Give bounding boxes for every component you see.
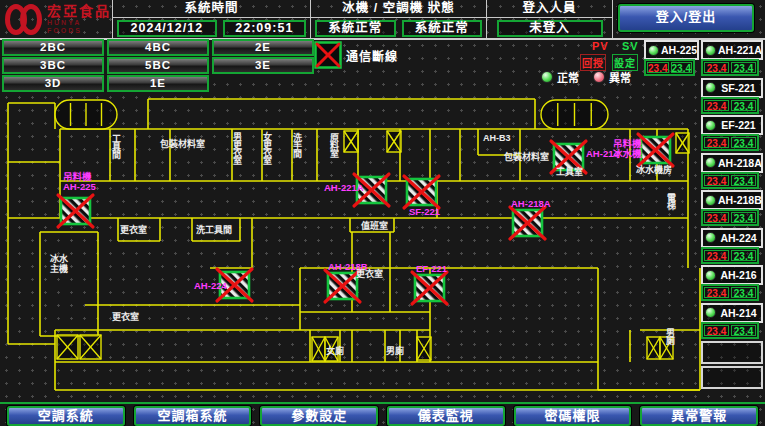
unit-lamp-icon (705, 270, 716, 281)
floor-button-2BC[interactable]: 2BC (2, 39, 104, 56)
unit-lamp-icon (648, 45, 659, 56)
room-label: AH-B3 (483, 133, 511, 143)
system-clock-value: 22:09:51 (223, 20, 306, 37)
unit-sv-value: 23.4 (731, 137, 756, 148)
comm-loss-icon (313, 40, 343, 70)
pv-label: PV (592, 40, 609, 52)
unit-readings-AH-216: 23.423.4 (701, 284, 759, 301)
floor-button-2E[interactable]: 2E (212, 39, 314, 56)
sv-label: SV (622, 40, 639, 52)
login-button-section: 登入/登出 (612, 0, 765, 38)
nav-button-2[interactable]: 空調箱系統 (134, 406, 252, 426)
room-label: 更衣室 (120, 224, 147, 235)
plan-unit-label: AH-218A (511, 198, 551, 209)
nav-button-1[interactable]: 空調系統 (7, 406, 125, 426)
unit-sv-value: 23.4 (731, 100, 756, 111)
unit-pv-value: 23.4 (647, 62, 669, 73)
nav-button-5[interactable]: 密碼權限 (514, 406, 632, 426)
plan-unit-label: AH-225 (63, 181, 96, 192)
unit-AH-216[interactable]: AH-216 (701, 265, 763, 285)
room-label: 洗工具間 (196, 224, 232, 235)
hunya-logo-icon (5, 4, 42, 35)
unit-AH-225[interactable]: AH-225 (644, 40, 699, 60)
unit-readings-AH-218B: 23.423.4 (701, 209, 759, 226)
room-label: 工具室 (556, 166, 583, 177)
nav-button-6[interactable]: 異常警報 (640, 406, 758, 426)
unit-AH-214[interactable]: AH-214 (701, 303, 763, 323)
room-label: 女更衣室 (262, 131, 273, 165)
floor-button-1E[interactable]: 1E (107, 75, 209, 92)
plan-unit-AH-218B[interactable] (325, 270, 360, 302)
unit-AH-218B[interactable]: AH-218B (701, 190, 763, 210)
plan-unit-label: AH-224 (194, 280, 227, 291)
unit-EF-221[interactable]: EF-221 (701, 115, 763, 135)
unit-sv-value: 23.4 (731, 175, 756, 186)
floor-button-3D[interactable]: 3D (2, 75, 104, 92)
unit-pv-value: 23.4 (704, 100, 729, 111)
floor-button-3E[interactable]: 3E (212, 57, 314, 74)
pv-sv-header: PV SV 回授 設定 (578, 39, 642, 69)
plan-unit-SF-221[interactable] (404, 176, 439, 208)
unit-sv-value: 23.4 (731, 287, 756, 298)
empty-unit-slot (701, 366, 763, 389)
unit-name-label: AH-218A (718, 157, 762, 169)
unit-SF-221[interactable]: SF-221 (701, 78, 763, 98)
unit-pv-value: 23.4 (704, 212, 729, 223)
unit-name-label: AH-218B (718, 194, 762, 206)
plan-unit-AH-225[interactable] (58, 195, 93, 227)
floor-button-5BC[interactable]: 5BC (107, 57, 209, 74)
room-label: 更衣室 (356, 268, 383, 279)
logo-title: 宏亞食品 (47, 4, 112, 19)
room-label: 冰水 (50, 253, 69, 264)
logo-subtitle: HUNYA FOODS (47, 19, 112, 35)
floor-button-3BC[interactable]: 3BC (2, 57, 104, 74)
unit-AH-224[interactable]: AH-224 (701, 228, 763, 248)
unit-lamp-icon (705, 82, 716, 93)
plan-unit-EF-221[interactable] (412, 272, 447, 304)
machine-status-label: 冰機 / 空調機 狀態 (311, 0, 486, 18)
state-legend: 正常 異常 (541, 69, 631, 85)
login-label: 登入人員 (487, 0, 612, 18)
stairwell-x-icon (387, 131, 401, 152)
unit-pv-value: 23.4 (704, 325, 729, 336)
login-section: 登入人員 未登入 (486, 0, 612, 38)
unit-sv-value: 23.4 (731, 212, 756, 223)
unit-AH-221A[interactable]: AH-221A (701, 40, 763, 60)
unit-lamp-icon (705, 195, 716, 206)
nav-button-4[interactable]: 儀表監視 (387, 406, 505, 426)
unit-readings-AH-218A: 23.423.4 (701, 172, 759, 189)
unit-name-label: EF-221 (718, 119, 759, 131)
unit-name-label: AH-225 (661, 44, 697, 56)
unit-pv-value: 23.4 (704, 287, 729, 298)
floor-selector: 2BC4BC2E3BC5BC3E3D1E (2, 39, 316, 92)
room-label: 包裝材料室 (503, 151, 549, 162)
system-time-label: 系統時間 (113, 0, 310, 18)
unit-lamp-icon (705, 157, 716, 168)
floor-button-4BC[interactable]: 4BC (107, 39, 209, 56)
unit-readings-AH-221A: 23.423.4 (701, 59, 759, 76)
room-label: 男廁 (386, 345, 404, 356)
room-label: 主機 (50, 263, 68, 274)
login-logout-button[interactable]: 登入/登出 (618, 4, 754, 32)
unit-name-label: SF-221 (718, 82, 759, 94)
stairwell-x-icon (57, 335, 78, 359)
nav-button-3[interactable]: 參數設定 (260, 406, 378, 426)
comm-loss-legend: 通信斷線 (313, 40, 398, 70)
unit-status-panel: AH-22523.423.4AH-221A23.423.4SF-22123.42… (641, 38, 765, 406)
ahu-status-value: 系統正常 (402, 20, 483, 37)
room-label: 更衣室 (112, 311, 139, 322)
unit-readings-EF-221: 23.423.4 (701, 134, 759, 151)
login-user-value: 未登入 (497, 20, 603, 37)
unit-sv-value: 23.4 (671, 62, 693, 73)
unit-name-label: AH-216 (718, 269, 759, 281)
empty-unit-slot (701, 341, 763, 364)
stairwell-x-icon (417, 337, 431, 360)
unit-sv-value: 23.4 (731, 325, 756, 336)
unit-lamp-icon (705, 232, 716, 243)
unit-AH-218A[interactable]: AH-218A (701, 153, 763, 173)
room-label: 女廁 (326, 345, 344, 356)
room-label: 包裝材料室 (159, 138, 205, 149)
unit-readings-AH-224: 23.423.4 (701, 247, 759, 264)
unit-name-label: AH-214 (718, 307, 759, 319)
plan-unit-AH-218A[interactable] (510, 207, 545, 239)
